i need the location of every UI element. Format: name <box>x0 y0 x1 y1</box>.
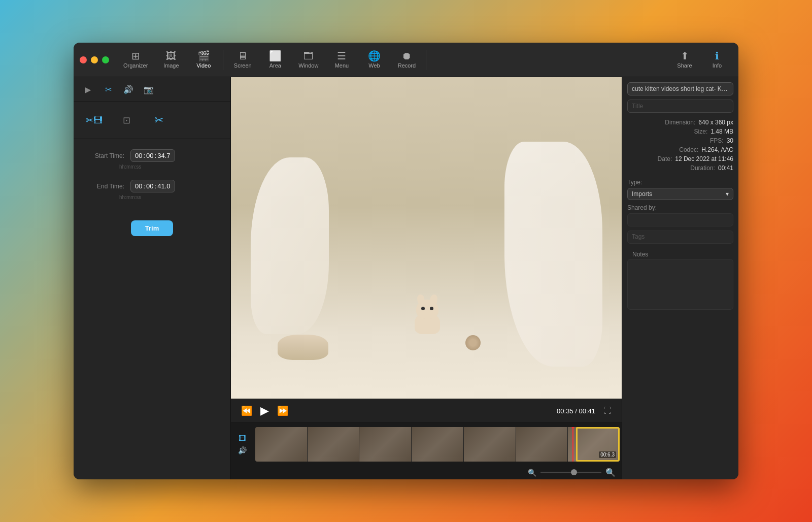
left-panel: ▶ ✂ 🔊 📷 ✂🎞 ⊡ ✂ Start Time: 00 : <box>74 77 231 479</box>
screen-label: Screen <box>234 62 252 69</box>
play-tool-btn[interactable]: ▶ <box>80 81 96 97</box>
audio-tool-btn[interactable]: 🔊 <box>120 81 137 97</box>
web-label: Web <box>368 62 380 69</box>
time-display-bar: 00:35 / 00:41 <box>557 407 595 415</box>
end-time-display[interactable]: 00 : 00 : 41.0 <box>130 180 175 192</box>
pillow-left <box>251 157 329 334</box>
close-button[interactable] <box>80 56 87 63</box>
toolbar-info[interactable]: ℹ Info <box>702 48 732 72</box>
rewind-button[interactable]: ⏪ <box>241 405 252 416</box>
trim-tool-icon[interactable]: ✂🎞 <box>84 110 104 130</box>
notes-field[interactable] <box>627 259 733 310</box>
info-fps-row: FPS: 30 <box>627 137 733 144</box>
zoom-slider[interactable] <box>540 472 601 473</box>
end-h: 00 <box>135 182 142 190</box>
kitten-head <box>416 300 438 319</box>
type-label: Type: <box>627 179 733 186</box>
end-sep2: : <box>155 182 157 190</box>
toolbar-record[interactable]: ⏺ Record <box>391 48 422 72</box>
start-m: 00 <box>146 152 153 159</box>
tl-thumb-5 <box>464 427 516 462</box>
end-time-label: End Time: <box>84 183 124 190</box>
zoom-thumb <box>571 469 577 475</box>
notes-label: Notes <box>627 248 733 259</box>
menu-label: Menu <box>335 62 349 69</box>
date-value: 12 Dec 2022 at 11:46 <box>675 155 733 162</box>
crop-tool-icon[interactable]: ⊡ <box>116 110 137 130</box>
kitten-eye-right <box>430 307 433 310</box>
zoom-out-icon[interactable]: 🔍 <box>528 469 536 477</box>
shared-by-field[interactable] <box>627 213 733 226</box>
toolbar-video[interactable]: 🎬 Video <box>188 48 219 72</box>
maximize-button[interactable] <box>102 56 109 63</box>
start-sep2: : <box>155 152 157 159</box>
toolbar-organizer[interactable]: ⊞ Organizer <box>117 48 154 72</box>
timeline: 🎞 🔊 00:6.3 <box>231 422 622 466</box>
kitten-eyes <box>421 307 433 310</box>
info-filename[interactable]: cute kitten videos short leg cat- Kims <box>627 82 733 95</box>
trim-button[interactable]: Trim <box>131 220 173 236</box>
fullscreen-button[interactable]: ⛶ <box>603 406 612 415</box>
size-value: 1.48 MB <box>710 128 733 135</box>
fps-label: FPS: <box>710 137 724 144</box>
tl-thumb-4 <box>412 427 464 462</box>
type-dropdown[interactable]: Imports ▾ <box>627 188 733 200</box>
chevron-down-icon: ▾ <box>726 190 729 198</box>
timeline-audio-icon[interactable]: 🔊 <box>238 446 247 454</box>
toolbar-area[interactable]: ⬜ Area <box>260 48 290 72</box>
toolbar: ⊞ Organizer 🖼 Image 🎬 Video 🖥 Screen ⬜ A… <box>117 48 732 72</box>
zoom-in-icon[interactable]: 🔍 <box>605 468 616 477</box>
play-button[interactable]: ▶ <box>260 404 269 417</box>
timeline-selected-label: 00:6.3 <box>599 451 616 458</box>
toolbar-separator-1 <box>223 50 223 70</box>
shared-by-section: Shared by: <box>622 201 738 227</box>
toolbar-window[interactable]: 🗔 Window <box>292 48 324 72</box>
tl-thumb-6 <box>516 427 568 462</box>
kitten <box>407 299 448 334</box>
dimension-label: Dimension: <box>665 119 695 126</box>
organizer-label: Organizer <box>123 62 148 69</box>
main-window: ⊞ Organizer 🖼 Image 🎬 Video 🖥 Screen ⬜ A… <box>74 43 738 479</box>
start-sep1: : <box>143 152 145 159</box>
info-dimension-row: Dimension: 640 x 360 px <box>627 119 733 126</box>
kitten-eye-left <box>421 307 425 310</box>
timeline-playhead <box>572 427 573 462</box>
notes-section: Notes <box>622 245 738 311</box>
screen-icon: 🖥 <box>238 51 248 61</box>
scissors-tool-btn[interactable]: ✂ <box>100 81 116 97</box>
edit-tools: ✂🎞 ⊡ ✂ <box>74 102 230 139</box>
minimize-button[interactable] <box>91 56 98 63</box>
fast-forward-button[interactable]: ⏩ <box>277 405 288 416</box>
camera-tool-btn[interactable]: 📷 <box>141 81 157 97</box>
toolbar-image[interactable]: 🖼 Image <box>156 48 186 72</box>
toolbar-share[interactable]: ⬆ Share <box>669 48 700 72</box>
timeline-track[interactable]: 00:6.3 <box>255 427 620 462</box>
share-icon: ⬆ <box>681 51 689 61</box>
video-icon: 🎬 <box>197 51 210 61</box>
toolbar-web[interactable]: 🌐 Web <box>359 48 389 72</box>
start-time-inner: Start Time: 00 : 00 : 34.7 <box>84 149 220 162</box>
toolbar-menu[interactable]: ☰ Menu <box>326 48 357 72</box>
window-icon: 🗔 <box>303 51 314 61</box>
start-time-hint: hh:mm:ss <box>119 164 220 170</box>
start-time-display[interactable]: 00 : 00 : 34.7 <box>130 149 175 162</box>
image-icon: 🖼 <box>166 51 176 61</box>
tl-thumb-1 <box>255 427 308 462</box>
timeline-icons: 🎞 🔊 <box>231 434 253 454</box>
dimension-value: 640 x 360 px <box>698 119 733 126</box>
size-label: Size: <box>694 128 708 135</box>
area-label: Area <box>269 62 281 69</box>
tags-field[interactable]: Tags <box>627 231 733 244</box>
window-controls <box>80 56 109 63</box>
end-time-hint: hh:mm:ss <box>119 194 220 200</box>
window-label: Window <box>298 62 318 69</box>
timeline-video-icon[interactable]: 🎞 <box>239 434 246 442</box>
center-panel: ⏪ ▶ ⏩ 00:35 / 00:41 ⛶ 🎞 🔊 <box>231 77 622 479</box>
cut-tool-icon[interactable]: ✂ <box>149 110 169 130</box>
info-icon: ℹ <box>715 51 719 61</box>
toolbar-screen[interactable]: 🖥 Screen <box>227 48 258 72</box>
start-s: 34.7 <box>157 152 170 159</box>
tl-thumb-2 <box>308 427 360 462</box>
info-title-field[interactable]: Title <box>627 100 733 113</box>
kitten-ear-left <box>416 294 425 303</box>
